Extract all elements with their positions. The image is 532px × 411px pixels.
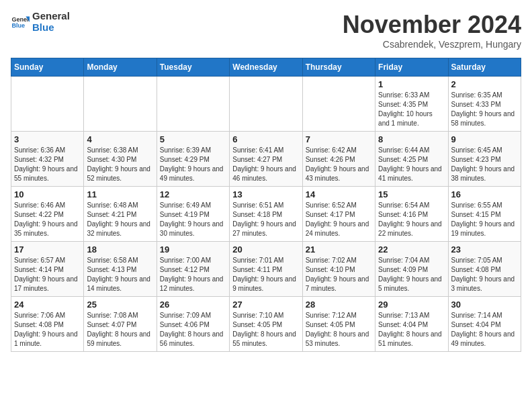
day-number: 27 [232, 300, 299, 310]
day-info: Sunrise: 6:49 AMSunset: 4:19 PMDaylight:… [160, 201, 226, 238]
day-number: 19 [160, 244, 226, 255]
weekday-header-thursday: Thursday [302, 58, 375, 77]
calendar-cell: 14Sunrise: 6:52 AMSunset: 4:17 PMDayligh… [302, 187, 375, 242]
day-number: 2 [451, 79, 518, 89]
weekday-header-wednesday: Wednesday [230, 58, 302, 77]
day-number: 8 [378, 134, 445, 144]
day-info: Sunrise: 6:33 AMSunset: 4:35 PMDaylight:… [378, 91, 445, 128]
day-number: 24 [14, 300, 81, 310]
day-info: Sunrise: 7:01 AMSunset: 4:11 PMDaylight:… [232, 256, 299, 293]
calendar-cell: 3Sunrise: 6:36 AMSunset: 4:32 PMDaylight… [11, 132, 84, 187]
calendar-cell: 25Sunrise: 7:08 AMSunset: 4:07 PMDayligh… [84, 297, 157, 352]
calendar-cell: 22Sunrise: 7:04 AMSunset: 4:09 PMDayligh… [375, 242, 448, 297]
calendar-cell: 2Sunrise: 6:35 AMSunset: 4:33 PMDaylight… [448, 77, 521, 132]
day-number: 9 [451, 134, 518, 144]
calendar-cell [302, 77, 375, 132]
weekday-header-row: SundayMondayTuesdayWednesdayThursdayFrid… [11, 58, 521, 77]
day-info: Sunrise: 6:46 AMSunset: 4:22 PMDaylight:… [14, 201, 81, 238]
weekday-header-friday: Friday [375, 58, 448, 77]
calendar-body: 1Sunrise: 6:33 AMSunset: 4:35 PMDaylight… [11, 77, 521, 352]
logo-icon: General Blue [11, 13, 30, 32]
day-info: Sunrise: 7:12 AMSunset: 4:05 PMDaylight:… [306, 311, 372, 349]
calendar-cell: 13Sunrise: 6:51 AMSunset: 4:18 PMDayligh… [230, 187, 302, 242]
day-info: Sunrise: 7:06 AMSunset: 4:08 PMDaylight:… [14, 311, 81, 349]
day-number: 21 [306, 244, 372, 255]
month-title: November 2024 [343, 11, 521, 39]
calendar-cell: 27Sunrise: 7:10 AMSunset: 4:05 PMDayligh… [230, 297, 302, 352]
day-info: Sunrise: 6:51 AMSunset: 4:18 PMDaylight:… [232, 201, 299, 238]
day-number: 28 [306, 300, 372, 310]
day-info: Sunrise: 6:48 AMSunset: 4:21 PMDaylight:… [87, 201, 153, 238]
day-info: Sunrise: 6:44 AMSunset: 4:25 PMDaylight:… [378, 146, 445, 183]
weekday-header-monday: Monday [84, 58, 157, 77]
calendar-week-row: 3Sunrise: 6:36 AMSunset: 4:32 PMDaylight… [11, 132, 521, 187]
calendar-cell: 12Sunrise: 6:49 AMSunset: 4:19 PMDayligh… [157, 187, 229, 242]
calendar-week-row: 24Sunrise: 7:06 AMSunset: 4:08 PMDayligh… [11, 297, 521, 352]
day-number: 23 [451, 244, 518, 255]
day-number: 22 [378, 244, 445, 255]
calendar-cell [84, 77, 157, 132]
calendar-cell: 6Sunrise: 6:41 AMSunset: 4:27 PMDaylight… [230, 132, 302, 187]
calendar-week-row: 17Sunrise: 6:57 AMSunset: 4:14 PMDayligh… [11, 242, 521, 297]
day-number: 18 [87, 244, 153, 255]
day-info: Sunrise: 6:41 AMSunset: 4:27 PMDaylight:… [232, 146, 299, 183]
day-number: 30 [451, 300, 518, 310]
calendar-cell: 7Sunrise: 6:42 AMSunset: 4:26 PMDaylight… [302, 132, 375, 187]
calendar-cell: 17Sunrise: 6:57 AMSunset: 4:14 PMDayligh… [11, 242, 84, 297]
calendar-cell: 8Sunrise: 6:44 AMSunset: 4:25 PMDaylight… [375, 132, 448, 187]
day-number: 20 [232, 244, 299, 255]
calendar-cell: 9Sunrise: 6:45 AMSunset: 4:23 PMDaylight… [448, 132, 521, 187]
day-number: 3 [14, 134, 81, 144]
calendar-header: SundayMondayTuesdayWednesdayThursdayFrid… [11, 58, 521, 77]
calendar-cell: 4Sunrise: 6:38 AMSunset: 4:30 PMDaylight… [84, 132, 157, 187]
day-info: Sunrise: 6:55 AMSunset: 4:15 PMDaylight:… [451, 201, 518, 238]
day-info: Sunrise: 7:09 AMSunset: 4:06 PMDaylight:… [160, 311, 226, 349]
day-info: Sunrise: 7:04 AMSunset: 4:09 PMDaylight:… [378, 256, 445, 293]
day-number: 4 [87, 134, 153, 144]
calendar-cell: 24Sunrise: 7:06 AMSunset: 4:08 PMDayligh… [11, 297, 84, 352]
weekday-header-saturday: Saturday [448, 58, 521, 77]
day-number: 12 [160, 189, 226, 199]
weekday-header-tuesday: Tuesday [157, 58, 229, 77]
calendar-cell [11, 77, 84, 132]
calendar-cell: 30Sunrise: 7:14 AMSunset: 4:04 PMDayligh… [448, 297, 521, 352]
day-number: 7 [306, 134, 372, 144]
day-number: 15 [378, 189, 445, 199]
calendar-cell: 11Sunrise: 6:48 AMSunset: 4:21 PMDayligh… [84, 187, 157, 242]
calendar-cell: 10Sunrise: 6:46 AMSunset: 4:22 PMDayligh… [11, 187, 84, 242]
day-info: Sunrise: 7:14 AMSunset: 4:04 PMDaylight:… [451, 311, 518, 349]
day-info: Sunrise: 7:10 AMSunset: 4:05 PMDaylight:… [232, 311, 299, 349]
calendar-cell [157, 77, 229, 132]
day-number: 13 [232, 189, 299, 199]
day-info: Sunrise: 6:52 AMSunset: 4:17 PMDaylight:… [306, 201, 372, 238]
calendar-cell: 5Sunrise: 6:39 AMSunset: 4:29 PMDaylight… [157, 132, 229, 187]
svg-text:Blue: Blue [11, 22, 25, 29]
day-info: Sunrise: 7:02 AMSunset: 4:10 PMDaylight:… [306, 256, 372, 293]
day-number: 26 [160, 300, 226, 310]
calendar-table: SundayMondayTuesdayWednesdayThursdayFrid… [11, 58, 521, 352]
day-info: Sunrise: 7:05 AMSunset: 4:08 PMDaylight:… [451, 256, 518, 293]
logo: General Blue General Blue [11, 11, 70, 33]
calendar-cell: 21Sunrise: 7:02 AMSunset: 4:10 PMDayligh… [302, 242, 375, 297]
day-info: Sunrise: 6:54 AMSunset: 4:16 PMDaylight:… [378, 201, 445, 238]
calendar-cell [230, 77, 302, 132]
day-info: Sunrise: 6:38 AMSunset: 4:30 PMDaylight:… [87, 146, 153, 183]
day-info: Sunrise: 6:42 AMSunset: 4:26 PMDaylight:… [306, 146, 372, 183]
day-number: 17 [14, 244, 81, 255]
day-info: Sunrise: 6:57 AMSunset: 4:14 PMDaylight:… [14, 256, 81, 293]
calendar-cell: 23Sunrise: 7:05 AMSunset: 4:08 PMDayligh… [448, 242, 521, 297]
day-info: Sunrise: 7:00 AMSunset: 4:12 PMDaylight:… [160, 256, 226, 293]
weekday-header-sunday: Sunday [11, 58, 84, 77]
day-number: 1 [378, 79, 445, 89]
day-info: Sunrise: 7:08 AMSunset: 4:07 PMDaylight:… [87, 311, 153, 349]
day-number: 29 [378, 300, 445, 310]
calendar-week-row: 1Sunrise: 6:33 AMSunset: 4:35 PMDaylight… [11, 77, 521, 132]
calendar-cell: 28Sunrise: 7:12 AMSunset: 4:05 PMDayligh… [302, 297, 375, 352]
header: General Blue General Blue November 2024 … [11, 11, 521, 50]
calendar-week-row: 10Sunrise: 6:46 AMSunset: 4:22 PMDayligh… [11, 187, 521, 242]
day-number: 25 [87, 300, 153, 310]
day-info: Sunrise: 7:13 AMSunset: 4:04 PMDaylight:… [378, 311, 445, 349]
day-info: Sunrise: 6:45 AMSunset: 4:23 PMDaylight:… [451, 146, 518, 183]
calendar-cell: 19Sunrise: 7:00 AMSunset: 4:12 PMDayligh… [157, 242, 229, 297]
day-number: 5 [160, 134, 226, 144]
